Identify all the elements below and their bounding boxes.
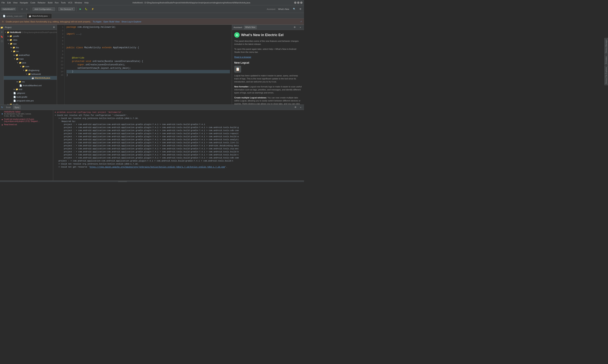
menu-vcs[interactable]: VCS (68, 1, 72, 4)
expand-arrow[interactable]: ▼ (5, 31, 6, 33)
window-controls[interactable] (294, 1, 302, 4)
tree-item-test[interactable]: ▶ 📁 test (4, 87, 57, 91)
tree-item-src[interactable]: ▼ 📁 src (4, 49, 57, 53)
tree-item-gradle[interactable]: ▶ 📁 .gradle (4, 34, 57, 38)
footer-tab-app-inspection[interactable]: App Inspection (54, 181, 72, 182)
footer-tab-build[interactable]: Build (118, 181, 127, 182)
menu-window[interactable]: Window (75, 1, 82, 4)
tree-item-com[interactable]: ▼ 📁 com (4, 65, 57, 68)
menu-view[interactable]: View (13, 1, 18, 4)
expand-arrow[interactable]: ▼ (17, 62, 18, 64)
expand-arrow[interactable]: ▼ (23, 69, 25, 71)
expand-arrow[interactable]: ▼ (14, 58, 15, 60)
minimize-button[interactable] (294, 1, 297, 4)
menu-edit[interactable]: Edit (7, 1, 11, 4)
expand-arrow[interactable]: ▶ (14, 88, 15, 90)
footer-tab-services[interactable]: Services (106, 181, 118, 182)
build-tab[interactable]: Build (5, 105, 12, 109)
code-editor[interactable]: 1 2 3 4 5 6 7 8 9 10 11 12 13 14 15 pack… (57, 25, 232, 104)
expand-arrow[interactable]: ▼ (11, 50, 12, 52)
tree-item-androidtest[interactable]: ▶ 📁 androidTest (4, 53, 57, 57)
tree-item-app[interactable]: ▼ 📁 app (4, 42, 57, 46)
menu-tools[interactable]: Tools (61, 1, 66, 4)
no-devices-dropdown[interactable]: No Devices ▾ (58, 7, 75, 11)
read-in-browser-link[interactable]: Read in a browser (234, 55, 302, 59)
footer-tab-logcat[interactable]: Logcat (73, 181, 83, 182)
run-button[interactable]: ▶ (78, 6, 83, 12)
tree-item-idea[interactable]: ▶ 📁 .idea (4, 38, 57, 42)
tree-item-res[interactable]: ▶ 📁 res (4, 80, 57, 84)
assistant-close[interactable]: × (298, 26, 302, 29)
menu-run[interactable]: Run (55, 1, 59, 4)
expand-arrow[interactable]: ▶ (17, 81, 18, 83)
profile-button[interactable]: ⚡ (90, 6, 96, 12)
debug-button[interactable]: 🐛 (83, 6, 89, 12)
expand-arrow[interactable]: ▶ (11, 47, 12, 49)
menu-build[interactable]: Build (48, 1, 52, 4)
menu-code[interactable]: Code (30, 1, 35, 4)
sync-tab[interactable]: Sync (13, 105, 21, 109)
expand-arrow[interactable]: ▶ (8, 39, 9, 41)
output-line-10: project : > com.android.application:com.… (55, 141, 302, 144)
settings-button[interactable]: ⚙ (298, 6, 303, 12)
tab-main-activity-java[interactable]: ☕ MainActivity.java × (26, 13, 52, 18)
project-selector[interactable]: HelloWorld ▾ (1, 7, 16, 11)
close-button[interactable] (300, 1, 302, 4)
add-configuration-button[interactable]: Add Configuration... (32, 7, 55, 11)
maximize-button[interactable] (297, 1, 299, 4)
open-build-button[interactable]: Open 'Build' View (103, 21, 119, 23)
tree-item-helloworld-pkg[interactable]: ▼ 📁 helloworld (4, 72, 57, 76)
tab-xml-close[interactable]: × (23, 15, 25, 17)
build-variants-icon[interactable]: ⬡ (0, 40, 3, 43)
assistant-settings[interactable]: ⚙ (292, 26, 297, 29)
menu-bar[interactable]: File Edit View Navigate Code Refactor Bu… (1, 1, 89, 4)
expand-arrow[interactable]: ▶ (8, 104, 9, 104)
build-sync-header-item[interactable]: ● HelloWorld: failed At 2023/2/26 11:09 … (0, 110, 53, 117)
output-link[interactable]: https://repo.maven.apache.org/maven2/org… (90, 166, 225, 168)
tree-item-main[interactable]: ▼ 📁 main (4, 57, 57, 61)
structure-icon[interactable]: ≡ (0, 31, 3, 34)
sidebar-options[interactable]: ⚙ (52, 26, 56, 29)
menu-refactor[interactable]: Refactor (38, 1, 46, 4)
tree-item-build-gradle[interactable]: 📄 build.gradle (4, 95, 57, 99)
tree-item-dingjiaxiong[interactable]: ▼ 📁 dingjiaxiong (4, 68, 57, 72)
project-panel-icon[interactable]: 📁 (0, 26, 3, 29)
tree-item-helloworld[interactable]: ▼ 📁 HelloWorld D:\DingJiaxiong\AndroidSt… (4, 30, 57, 34)
tree-item-libs[interactable]: ▶ 📁 libs (4, 46, 57, 49)
build-error-item-2[interactable]: ● Read timed out (0, 123, 53, 127)
build-panel-close[interactable]: × (299, 105, 303, 109)
tab-activity-main-xml[interactable]: 📄 activity_main.xml × (1, 13, 26, 18)
tree-item-mainactivity[interactable]: ☕ MainActivity.java (4, 76, 57, 80)
refresh-icon[interactable]: ↻ (1, 106, 3, 109)
whats-new-button[interactable]: What's New (277, 6, 291, 12)
menu-navigate[interactable]: Navigate (20, 1, 28, 4)
footer-tab-todo[interactable]: TODO (19, 181, 29, 182)
tree-item-java[interactable]: ▼ 📁 java (4, 61, 57, 65)
bookmarks-icon[interactable]: 🔖 (0, 35, 3, 38)
footer-tab-terminal[interactable]: Terminal (42, 181, 54, 182)
footer-tab-app-quality[interactable]: App Quality Insights (83, 181, 105, 182)
expand-arrow[interactable]: ▶ (14, 54, 15, 56)
tree-item-androidmanifest[interactable]: 📄 AndroidManifest.xml (4, 84, 57, 87)
build-panel-settings[interactable]: ⚙ (293, 105, 298, 109)
code-content[interactable]: package com.dingjiaxiong.helloworld; imp… (65, 25, 232, 104)
tree-item-proguard[interactable]: 📄 proguard-rules.pro (4, 99, 57, 103)
toolbar-back-button[interactable]: ◁ (19, 6, 24, 12)
search-button[interactable]: 🔍 (291, 6, 297, 12)
build-error-item-1[interactable]: ● Could not resolve project-1.0.5.pom (o… (0, 117, 53, 123)
tree-item-gitignore[interactable]: 📄 .gitignore (4, 91, 57, 95)
footer-tab-problems[interactable]: Problems (29, 181, 42, 182)
show-log-button[interactable]: Show Log in Explorer (121, 21, 141, 23)
tab-java-close[interactable]: × (49, 15, 50, 17)
expand-arrow[interactable]: ▼ (26, 73, 27, 75)
menu-file[interactable]: File (1, 1, 5, 4)
try-again-button[interactable]: Try Again (93, 21, 102, 23)
expand-arrow[interactable]: ▼ (20, 65, 22, 67)
footer-tab-version-control[interactable]: Version Control (1, 181, 19, 182)
expand-arrow[interactable]: ▶ (8, 35, 9, 37)
toolbar-forward-button[interactable]: ▷ (25, 6, 29, 12)
menu-help[interactable]: Help (84, 1, 89, 4)
tree-item-gradle-folder[interactable]: ▶ 📁 gradle (4, 103, 57, 104)
expand-arrow[interactable]: ▼ (8, 43, 9, 45)
whats-new-tab[interactable]: What's New (244, 26, 257, 29)
